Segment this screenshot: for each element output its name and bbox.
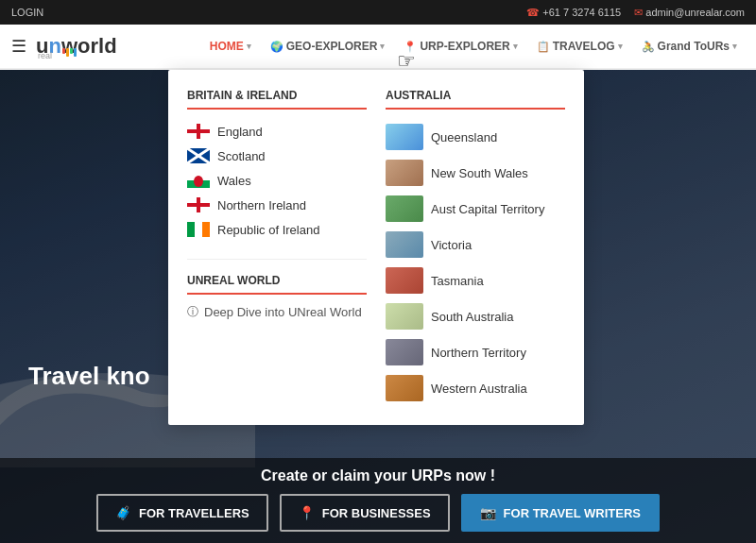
nsw-thumb xyxy=(386,160,423,186)
dropdown-ireland[interactable]: Republic of Ireland xyxy=(187,217,367,242)
victoria-thumb xyxy=(386,231,423,258)
grand-chevron: ▾ xyxy=(732,42,737,51)
dropdown-western-aus[interactable]: Western Australia xyxy=(386,370,565,406)
england-flag xyxy=(187,124,210,139)
camera-icon: 📷 xyxy=(480,505,496,520)
hero-text-part1: Travel kno xyxy=(28,362,150,390)
info-icon: ⓘ xyxy=(187,304,198,320)
svg-rect-14 xyxy=(187,222,195,237)
create-urp-text: Create or claim your URPs now ! xyxy=(261,467,495,484)
svg-rect-16 xyxy=(202,222,210,237)
unreal-world-section: UNREAL WORLD ⓘ Deep Dive into UNreal Wor… xyxy=(187,259,367,320)
western-aus-label: Western Australia xyxy=(431,382,527,396)
navbar: ☰ un world real HOME ▾ 🌍 GEO-EXPLORER ▾ … xyxy=(0,25,756,70)
businesses-button[interactable]: 📍 FOR BUSINESSES xyxy=(280,494,450,532)
nav-links: HOME ▾ 🌍 GEO-EXPLORER ▾ 📍 URP-EXPLORER ▾… xyxy=(202,34,745,59)
deep-dive-link[interactable]: ⓘ Deep Dive into UNreal World xyxy=(187,304,367,320)
urp-chevron: ▾ xyxy=(513,42,518,51)
dropdown-england[interactable]: England xyxy=(187,119,367,144)
dropdown-scotland[interactable]: Scotland xyxy=(187,144,367,168)
nav-urp-explorer[interactable]: 📍 URP-EXPLORER ▾ xyxy=(396,34,524,59)
australia-title: AUSTRALIA xyxy=(386,89,565,110)
site-logo[interactable]: un world real xyxy=(36,34,117,59)
top-bar-right: ☎ +61 7 3274 6115 ✉ admin@unrealar.com xyxy=(526,7,745,19)
travelog-chevron: ▾ xyxy=(618,42,623,51)
south-aus-thumb xyxy=(386,303,423,330)
ireland-label: Republic of Ireland xyxy=(217,223,319,237)
home-chevron: ▾ xyxy=(247,42,251,51)
writers-button[interactable]: 📷 FOR TRAVEL WRITERS xyxy=(461,494,660,532)
victoria-label: Victoria xyxy=(431,238,472,252)
nav-geo-explorer[interactable]: 🌍 GEO-EXPLORER ▾ xyxy=(263,34,393,59)
dropdown-south-aus[interactable]: South Australia xyxy=(386,298,565,334)
dropdown-queensland[interactable]: Queensland xyxy=(386,119,565,155)
australia-col: AUSTRALIA Queensland New South Wales Aus… xyxy=(386,89,565,406)
tasmania-thumb xyxy=(386,267,423,294)
act-label: Aust Capital Territory xyxy=(431,202,544,216)
top-bar: LOGIN ☎ +61 7 3274 6115 ✉ admin@unrealar… xyxy=(0,0,756,25)
svg-point-9 xyxy=(194,176,203,187)
nsw-label: New South Wales xyxy=(431,166,528,180)
travellers-button[interactable]: 🧳 FOR TRAVELLERS xyxy=(96,494,268,532)
geo-chevron: ▾ xyxy=(380,42,385,51)
dropdown-northern-ireland[interactable]: Northern Ireland xyxy=(187,193,367,217)
queensland-label: Queensland xyxy=(431,130,497,144)
dropdown-victoria[interactable]: Victoria xyxy=(386,227,565,263)
scotland-flag xyxy=(187,148,210,163)
scotland-label: Scotland xyxy=(217,149,266,163)
dropdown-act[interactable]: Aust Capital Territory xyxy=(386,191,565,227)
western-aus-thumb xyxy=(386,375,423,401)
act-thumb xyxy=(386,195,423,222)
phone-number: ☎ +61 7 3274 6115 xyxy=(526,7,621,19)
britain-ireland-col: BRITAIN & IRELAND England xyxy=(187,89,367,406)
geo-dropdown: BRITAIN & IRELAND England xyxy=(168,70,584,425)
bottom-strip: Create or claim your URPs now ! 🧳 FOR TR… xyxy=(0,458,756,543)
cta-buttons: 🧳 FOR TRAVELLERS 📍 FOR BUSINESSES 📷 FOR … xyxy=(96,494,660,532)
nav-grand-tours[interactable]: 🚴 Grand ToURs ▾ xyxy=(634,34,745,59)
dropdown-columns: BRITAIN & IRELAND England xyxy=(187,89,565,406)
login-link[interactable]: LOGIN xyxy=(11,7,43,18)
dropdown-tasmania[interactable]: Tasmania xyxy=(386,263,565,298)
dropdown-nt[interactable]: Northern Territory xyxy=(386,334,565,370)
svg-rect-15 xyxy=(195,222,202,237)
nt-label: Northern Territory xyxy=(431,346,526,360)
briefcase-icon: 🧳 xyxy=(115,505,131,520)
ni-label: Northern Ireland xyxy=(217,198,306,212)
hamburger-menu[interactable]: ☰ xyxy=(11,36,26,57)
wales-label: Wales xyxy=(217,174,251,188)
ni-flag xyxy=(187,197,210,212)
ireland-flag xyxy=(187,222,210,237)
wales-flag xyxy=(187,173,210,188)
svg-rect-3 xyxy=(187,129,210,133)
tasmania-label: Tasmania xyxy=(431,274,484,288)
dropdown-wales[interactable]: Wales xyxy=(187,168,367,193)
dropdown-nsw[interactable]: New South Wales xyxy=(386,155,565,191)
nav-travelog[interactable]: 📋 TRAVELOG ▾ xyxy=(529,34,630,59)
south-aus-label: South Australia xyxy=(431,310,513,324)
email-address: ✉ admin@unrealar.com xyxy=(634,7,745,19)
britain-ireland-title: BRITAIN & IRELAND xyxy=(187,89,367,110)
unreal-world-title: UNREAL WORLD xyxy=(187,274,367,295)
nt-thumb xyxy=(386,339,423,365)
england-label: England xyxy=(217,125,263,139)
queensland-thumb xyxy=(386,124,423,150)
location-icon: 📍 xyxy=(299,505,315,520)
nav-home[interactable]: HOME ▾ xyxy=(202,34,259,59)
